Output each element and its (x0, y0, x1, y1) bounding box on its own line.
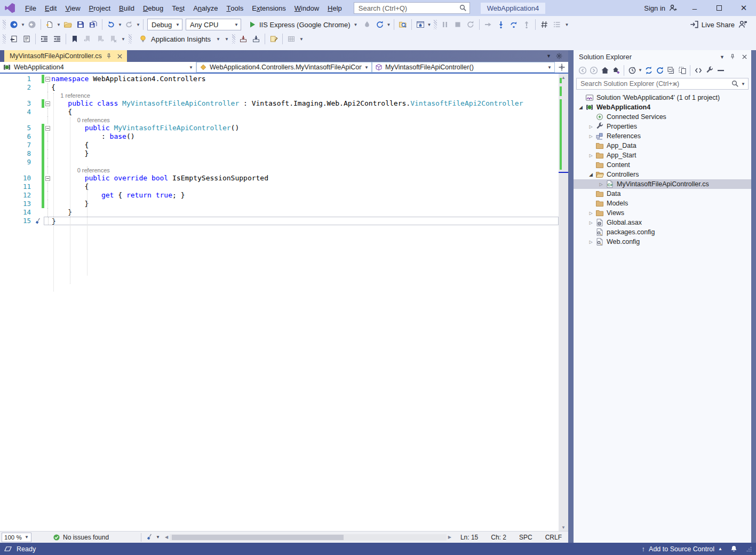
outlining-margin[interactable] (44, 132, 51, 141)
restart-button[interactable] (464, 18, 477, 31)
chevron-down-icon[interactable]: ▼ (136, 18, 141, 31)
code-editor[interactable]: 1namespace WebApplication4.Controllers2{… (0, 74, 568, 531)
overflow-chevron-icon[interactable]: ▼ (298, 33, 305, 45)
document-tab[interactable]: MyVintasoftFileApiController.cs (4, 50, 127, 62)
doc-outline-button[interactable] (20, 33, 33, 45)
se-forward-button[interactable] (588, 65, 599, 76)
overflow-chevron-icon[interactable]: ▼ (563, 18, 571, 31)
step-out-button[interactable] (520, 18, 533, 31)
expand-arrow-icon[interactable]: ▷ (587, 153, 595, 158)
search-icon[interactable] (731, 80, 739, 88)
new-file-button[interactable] (43, 18, 56, 31)
pin-icon[interactable] (106, 53, 113, 60)
search-icon[interactable] (459, 4, 467, 12)
outlining-margin[interactable] (44, 174, 51, 183)
expand-arrow-icon[interactable]: ▷ (587, 220, 595, 225)
code-line-body[interactable]: namespace WebApplication4.Controllers (44, 75, 559, 83)
code-line-body[interactable]: } (44, 208, 559, 217)
tree-item-references[interactable]: ▷References (574, 131, 751, 141)
close-button[interactable]: ✕ (731, 0, 756, 16)
collapse-arrow-icon[interactable]: ◢ (577, 105, 585, 110)
step-into-button[interactable] (495, 18, 507, 31)
tree-item-views[interactable]: ▷Views (574, 208, 751, 218)
menu-project[interactable]: Project (85, 0, 115, 16)
minimize-button[interactable]: – (682, 0, 707, 16)
solution-configuration-combo[interactable]: Debug▼ (147, 19, 182, 30)
editor-vertical-scrollbar[interactable]: ▲ ▼ (559, 74, 568, 531)
outlining-margin[interactable] (44, 158, 51, 166)
tree-item-solution-webapplication4-1-of-1-project-[interactable]: Solution 'WebApplication4' (1 of 1 proje… (574, 93, 751, 102)
tree-item-myvintasoftfileapicontroller-cs[interactable]: ▷C#MyVintasoftFileApiController.cs (574, 179, 751, 189)
find-in-files-button[interactable] (396, 18, 409, 31)
resize-grip[interactable] (745, 545, 753, 553)
expand-arrow-icon[interactable]: ▷ (587, 134, 595, 139)
menu-extensions[interactable]: Extensions (248, 0, 290, 16)
code-line[interactable]: 4 { (0, 108, 559, 116)
code-line[interactable]: 15} (0, 217, 559, 225)
se-back-button[interactable] (577, 65, 588, 76)
tree-item-properties[interactable]: ▷Properties (574, 122, 751, 131)
outlining-margin[interactable] (44, 191, 51, 200)
solution-platform-combo[interactable]: Any CPU▼ (186, 19, 241, 30)
line-indicator[interactable]: Ln: 15 (454, 534, 484, 541)
clear-bookmarks-button[interactable] (107, 33, 120, 45)
codelens-row[interactable]: 0 references (0, 166, 559, 174)
outlining-margin[interactable] (44, 92, 51, 99)
menu-file[interactable]: File (21, 0, 41, 16)
nav-backward-doc-button[interactable] (7, 33, 20, 45)
show-all-files-button[interactable] (677, 65, 688, 76)
outlining-margin[interactable] (44, 166, 51, 174)
codelens-row[interactable]: 1 reference (0, 92, 559, 99)
chevron-down-icon[interactable]: ▼ (386, 18, 392, 31)
breakpoints-button[interactable] (538, 18, 551, 31)
project-dropdown[interactable]: WebApplication4 ▼ (0, 62, 196, 73)
zoom-dropdown[interactable]: 100 % ▼ (2, 533, 31, 542)
code-line[interactable]: 11 { (0, 183, 559, 191)
code-line[interactable]: 13 } (0, 200, 559, 208)
notifications-bell-icon[interactable] (730, 545, 738, 553)
tree-item-webapplication4[interactable]: ◢WebApplication4 (574, 102, 751, 112)
next-bookmark-button[interactable] (94, 33, 107, 45)
code-line-body[interactable]: { (44, 108, 559, 116)
collapse-region-icon[interactable] (45, 77, 50, 82)
codelens-references[interactable]: 0 references (51, 116, 110, 124)
tab-list-chevron-icon[interactable]: ▼ (546, 53, 551, 59)
outlining-margin[interactable] (44, 99, 51, 108)
tree-item-web-config[interactable]: ▷Web.config (574, 237, 751, 247)
editor-options-gear-icon[interactable] (555, 52, 563, 60)
code-text[interactable]: } (51, 208, 72, 217)
tree-item-data[interactable]: Data (574, 189, 751, 199)
collapse-arrow-icon[interactable]: ◢ (587, 172, 595, 177)
search-input[interactable] (359, 4, 459, 12)
pending-changes-filter-button[interactable] (626, 65, 638, 76)
previous-bookmark-button[interactable] (81, 33, 94, 45)
preview-selected-button[interactable] (715, 65, 726, 76)
add-to-source-control-button[interactable]: ↑ Add to Source Control ▲ (642, 545, 722, 553)
space-indicator[interactable]: SPC (513, 534, 539, 541)
solution-explorer-title-bar[interactable]: Solution Explorer ▼ (574, 50, 751, 64)
sign-in-button[interactable]: Sign in (639, 4, 682, 12)
code-text[interactable]: public override bool IsEmptySessionSuppo… (51, 174, 268, 183)
switch-views-button[interactable] (610, 65, 622, 76)
navigate-back-button[interactable] (7, 18, 20, 31)
overflow-chevron-icon[interactable]: ▼ (223, 33, 230, 45)
sync-active-document-button[interactable] (643, 65, 654, 76)
increase-indent-button[interactable] (51, 33, 63, 45)
menu-view[interactable]: View (61, 0, 84, 16)
pin-icon[interactable] (729, 53, 736, 60)
outlining-margin[interactable] (44, 83, 51, 92)
code-line-body[interactable]: get { return true; } (44, 191, 559, 200)
navigate-forward-button[interactable] (26, 18, 38, 31)
member-dropdown[interactable]: MyVintasoftFileApiController() ▼ (372, 62, 555, 73)
properties-wrench-button[interactable] (704, 65, 715, 76)
tree-item-app-data[interactable]: App_Data (574, 141, 751, 150)
split-window-button[interactable] (555, 62, 568, 73)
scroll-down-arrow-icon[interactable]: ▼ (559, 524, 568, 531)
code-line[interactable]: 7 { (0, 141, 559, 149)
quick-search-box[interactable] (354, 2, 470, 14)
collapse-region-icon[interactable] (45, 176, 50, 181)
chevron-down-icon[interactable]: ▼ (353, 18, 359, 31)
tree-item-models[interactable]: Models (574, 199, 751, 208)
issues-indicator[interactable]: No issues found (53, 534, 109, 541)
code-text[interactable]: namespace WebApplication4.Controllers (51, 75, 206, 83)
